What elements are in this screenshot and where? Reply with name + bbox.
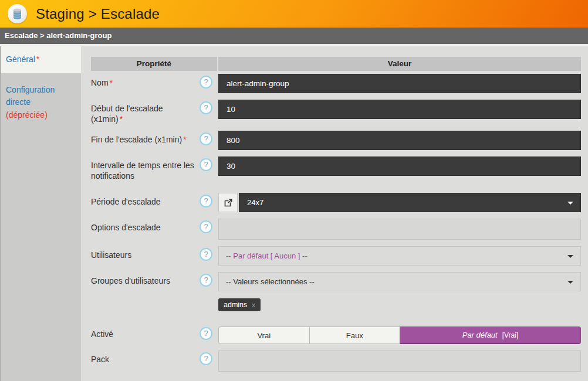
help-icon[interactable]: ? [200,195,212,207]
form-row-pack: Pack ? [91,351,581,372]
field-label: Début de l'escalade (x1min)* [91,100,200,124]
field-label: Intervalle de temps entre les notificati… [91,157,200,181]
form-row-debut-escalade: Début de l'escalade (x1min)* ? [91,100,581,124]
required-marker: * [120,114,123,124]
help-icon[interactable]: ? [200,132,212,145]
help-icon[interactable]: ? [200,327,212,340]
field-label: Nom* [91,74,200,88]
chevron-down-icon [567,202,573,205]
form-row-fin-escalade: Fin de l'escalade (x1min)* ? [91,131,581,150]
help-icon[interactable]: ? [200,274,212,287]
form-panel: Propriété Valeur Nom* ? Début de l'escal… [81,46,588,381]
help-icon[interactable]: ? [200,101,212,114]
app-window: Staging > Escalade Escalade > alert-admi… [0,0,588,381]
help-icon[interactable]: ? [200,352,212,365]
column-header-value: Valeur [218,57,581,71]
remove-tag-icon[interactable]: x [252,301,255,308]
vrai-button[interactable]: Vrai [218,326,309,344]
field-label: Période d'escalade [91,193,200,207]
sidebar: Général* Configuration directe (déprécié… [0,46,81,381]
active-toggle-group: Vrai Faux Par défaut [Vrai] [218,326,581,344]
database-icon [8,4,27,23]
field-label: Groupes d'utilisateurs [91,272,200,286]
pack-input [218,351,581,372]
nom-input[interactable] [218,74,581,93]
form-row-active: Activé ? Vrai Faux Par défaut [Vrai] [91,325,581,344]
required-marker: * [36,55,39,64]
help-icon[interactable]: ? [200,248,212,261]
required-marker: * [110,78,113,87]
sidebar-item-general[interactable]: Général* [1,46,81,73]
field-label: Utilisateurs [91,246,200,260]
field-label: Fin de l'escalade (x1min)* [91,131,200,145]
field-label: Options d'escalade [91,219,200,233]
table-header: Propriété Valeur [91,57,581,71]
par-defaut-button[interactable]: Par défaut [Vrai] [400,326,581,344]
help-icon[interactable]: ? [200,158,212,171]
fin-escalade-input[interactable] [218,131,581,150]
external-link-button[interactable] [218,193,238,212]
form-row-nom: Nom* ? [91,74,581,93]
groupes-select[interactable]: -- Valeurs sélectionnées -- [218,272,581,291]
debut-escalade-input[interactable] [218,100,581,119]
form-row-groupes: Groupes d'utilisateurs ? -- Valeurs séle… [91,272,581,311]
form-row-intervalle: Intervalle de temps entre les notificati… [91,157,581,181]
field-label: Activé [91,325,200,339]
breadcrumb: Escalade > alert-admin-group [0,28,588,44]
chevron-down-icon [567,255,573,258]
page-title: Staging > Escalade [36,6,160,22]
help-icon[interactable]: ? [200,220,212,233]
periode-select[interactable]: 24x7 [239,193,581,212]
help-icon[interactable]: ? [200,76,212,89]
form-row-utilisateurs: Utilisateurs ? -- Par défaut [ Aucun ] -… [91,246,581,266]
external-link-icon [224,199,232,207]
field-label: Pack [91,351,200,365]
utilisateurs-select[interactable]: -- Par défaut [ Aucun ] -- [218,246,581,266]
deprecated-note: (dépréciée) [6,109,76,122]
intervalle-input[interactable] [218,157,581,176]
required-marker: * [183,135,186,144]
options-escalade-input [218,219,581,240]
form-row-periode: Période d'escalade ? 24x7 [91,193,581,212]
chevron-down-icon [567,281,573,284]
selected-tag-admins: admins x [218,298,261,311]
faux-button[interactable]: Faux [309,326,400,344]
app-header: Staging > Escalade [0,0,588,28]
form-row-options: Options d'escalade ? [91,219,581,240]
sidebar-item-configuration-directe[interactable]: Configuration directe (dépréciée) [1,77,81,129]
column-header-property: Propriété [91,57,217,71]
